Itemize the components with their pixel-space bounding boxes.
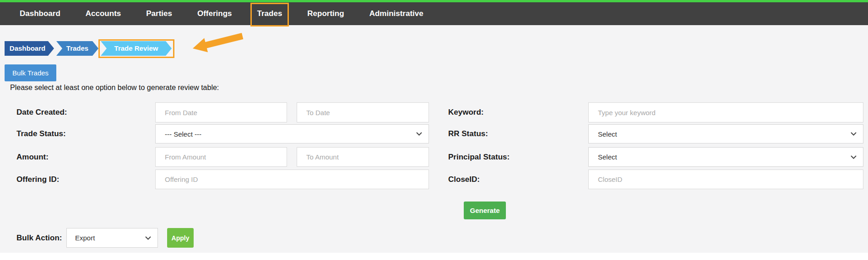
breadcrumb-item-trade-review[interactable]: Trade Review — [101, 41, 172, 56]
nav-item-dashboard[interactable]: Dashboard — [20, 2, 60, 25]
rr-status-select-value: Select — [598, 130, 851, 138]
chevron-down-icon — [416, 132, 422, 136]
bulk-action-label: Bulk Action: — [16, 228, 62, 248]
keyword-label: Keyword: — [448, 102, 483, 122]
breadcrumb-item-dashboard[interactable]: Dashboard — [5, 41, 54, 56]
bulk-trades-button[interactable]: Bulk Trades — [5, 64, 56, 81]
principal-status-label: Principal Status: — [448, 147, 510, 167]
breadcrumb-item-trades[interactable]: Trades — [56, 41, 98, 56]
from-date-input[interactable] — [155, 102, 287, 122]
chevron-down-icon — [851, 132, 857, 136]
generate-button[interactable]: Generate — [464, 202, 506, 219]
nav-item-accounts[interactable]: Accounts — [86, 2, 121, 25]
rr-status-label: RR Status: — [448, 124, 488, 143]
bulk-action-select-value: Export — [75, 234, 145, 242]
nav-item-trades[interactable]: Trades — [257, 2, 282, 25]
nav-item-reporting[interactable]: Reporting — [307, 2, 344, 25]
trade-status-select-value: --- Select --- — [165, 130, 416, 138]
annotation-arrow-icon — [190, 32, 250, 55]
nav-item-parties[interactable]: Parties — [146, 2, 172, 25]
nav-item-administrative[interactable]: Administrative — [369, 2, 423, 25]
top-navbar: Dashboard Accounts Parties Offerings Tra… — [0, 2, 868, 25]
offering-id-input[interactable] — [155, 170, 429, 189]
chevron-down-icon — [851, 155, 857, 159]
instruction-text: Please select at least one option below … — [10, 84, 219, 92]
to-date-input[interactable] — [297, 102, 429, 122]
from-amount-input[interactable] — [155, 147, 287, 167]
trade-status-select[interactable]: --- Select --- — [155, 124, 429, 143]
page: Dashboard Accounts Parties Offerings Tra… — [0, 0, 868, 260]
amount-label: Amount: — [16, 147, 49, 167]
breadcrumb-item-trade-review-wrap: Trade Review — [101, 41, 172, 56]
nav-item-offerings[interactable]: Offerings — [197, 2, 232, 25]
principal-status-select[interactable]: Select — [588, 147, 863, 167]
bulk-action-select[interactable]: Export — [66, 228, 158, 248]
date-created-label: Date Created: — [16, 102, 67, 122]
apply-button[interactable]: Apply — [167, 228, 194, 248]
chevron-down-icon — [145, 236, 151, 240]
breadcrumb: Dashboard Trades Trade Review — [5, 41, 172, 56]
rr-status-select[interactable]: Select — [588, 124, 863, 143]
closeid-label: CloseID: — [448, 170, 480, 189]
to-amount-input[interactable] — [297, 147, 429, 167]
keyword-input[interactable] — [588, 102, 863, 122]
nav-item-trades-label: Trades — [257, 9, 282, 18]
trade-status-label: Trade Status: — [16, 124, 66, 143]
closeid-input[interactable] — [588, 170, 863, 189]
principal-status-select-value: Select — [598, 153, 851, 161]
offering-id-label: Offering ID: — [16, 170, 60, 189]
